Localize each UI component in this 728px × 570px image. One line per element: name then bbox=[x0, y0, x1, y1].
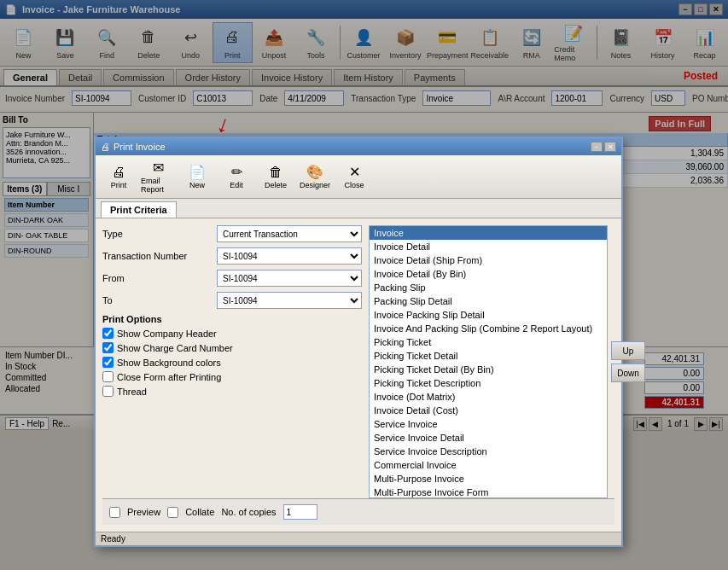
transaction-number-label: Transaction Number bbox=[102, 251, 213, 261]
list-item[interactable]: Picking Ticket Detail (By Bin) bbox=[370, 363, 607, 376]
list-item[interactable]: Invoice Detail bbox=[370, 240, 607, 253]
list-item[interactable]: Picking Ticket Detail bbox=[370, 349, 607, 363]
list-item[interactable]: Picking Ticket bbox=[370, 335, 607, 349]
collate-checkbox[interactable] bbox=[167, 507, 178, 518]
thread-label: Thread bbox=[117, 387, 147, 397]
type-select[interactable]: Current Transaction bbox=[217, 225, 362, 242]
show-bg-colors-checkbox[interactable] bbox=[102, 357, 114, 368]
list-item[interactable]: Invoice Packing Slip Detail bbox=[370, 308, 607, 322]
list-item[interactable]: Invoice Detail (By Bin) bbox=[370, 267, 607, 281]
thread-row: Thread bbox=[102, 386, 362, 397]
modal-print-criteria-tab[interactable]: Print Criteria bbox=[101, 201, 177, 218]
list-item[interactable]: Multi-Purpose Invoice bbox=[370, 472, 607, 486]
print-options: Print Options Show Company Header Show C… bbox=[102, 314, 362, 397]
print-options-label: Print Options bbox=[102, 314, 362, 324]
close-after-printing-row: Close Form after Printing bbox=[102, 371, 362, 382]
modal-close-btn[interactable]: ✕ bbox=[604, 142, 616, 152]
show-bg-colors-row: Show Background colors bbox=[102, 357, 362, 368]
modal-close-toolbar-btn[interactable]: ✕ Close bbox=[336, 158, 372, 195]
list-item[interactable]: Service Invoice Description bbox=[370, 445, 607, 458]
list-item[interactable]: Commercial Invoice bbox=[370, 458, 607, 472]
modal-designer-btn[interactable]: 🎨 Designer bbox=[297, 158, 333, 195]
transaction-number-select[interactable]: SI-10094 bbox=[217, 247, 362, 265]
modal-email-icon: ✉ bbox=[153, 160, 164, 176]
copies-label: No. of copies bbox=[221, 507, 276, 517]
list-item[interactable]: Invoice Detail (Ship From) bbox=[370, 253, 607, 267]
show-company-header-checkbox[interactable] bbox=[102, 328, 114, 339]
modal-body: Type Current Transaction Transaction Num… bbox=[102, 225, 614, 498]
print-invoice-modal: 🖨 Print Invoice − ✕ 🖨 Print ✉ Email Repo… bbox=[94, 137, 623, 547]
modal-bottom-bar: Preview Collate No. of copies bbox=[102, 498, 614, 525]
show-company-header-label: Show Company Header bbox=[117, 329, 217, 339]
list-item[interactable]: Packing Slip bbox=[370, 281, 607, 294]
close-after-printing-label: Close Form after Printing bbox=[117, 372, 221, 382]
from-row: From SI-10094 bbox=[102, 270, 362, 287]
list-item[interactable]: Service Invoice bbox=[370, 417, 607, 431]
modal-minimize-btn[interactable]: − bbox=[591, 142, 603, 152]
show-charge-card-checkbox[interactable] bbox=[102, 342, 114, 353]
list-item[interactable]: Multi-Purpose Invoice Form bbox=[370, 486, 607, 498]
to-row: To SI-10094 bbox=[102, 292, 362, 309]
report-list[interactable]: Invoice Invoice Detail Invoice Detail (S… bbox=[369, 225, 608, 498]
show-company-header-row: Show Company Header bbox=[102, 328, 362, 339]
type-row: Type Current Transaction bbox=[102, 225, 362, 242]
collate-label: Collate bbox=[185, 507, 214, 517]
modal-tab-bar: Print Criteria bbox=[96, 199, 621, 218]
list-item[interactable]: Invoice Detail (Cost) bbox=[370, 404, 607, 417]
modal-new-btn[interactable]: 📄 New bbox=[179, 158, 215, 195]
modal-edit-btn[interactable]: ✏ Edit bbox=[218, 158, 254, 195]
modal-delete-btn[interactable]: 🗑 Delete bbox=[258, 158, 294, 195]
show-bg-colors-label: Show Background colors bbox=[117, 358, 221, 368]
modal-close-toolbar-icon: ✕ bbox=[349, 164, 360, 180]
modal-ready-label: Ready bbox=[101, 534, 125, 544]
to-select[interactable]: SI-10094 bbox=[217, 292, 362, 309]
preview-label: Preview bbox=[127, 507, 160, 517]
show-charge-card-label: Show Charge Card Number bbox=[117, 343, 233, 353]
modal-title-text: Print Invoice bbox=[114, 142, 166, 152]
type-label: Type bbox=[102, 229, 213, 239]
list-item[interactable]: Service Invoice Detail bbox=[370, 431, 607, 445]
from-select[interactable]: SI-10094 bbox=[217, 270, 362, 287]
list-item[interactable]: Invoice And Packing Slip (Combine 2 Repo… bbox=[370, 322, 607, 335]
modal-designer-icon: 🎨 bbox=[306, 164, 323, 180]
modal-toolbar: 🖨 Print ✉ Email Report 📄 New ✏ Edit 🗑 De… bbox=[96, 155, 621, 199]
modal-form: Type Current Transaction Transaction Num… bbox=[102, 225, 362, 498]
modal-status-bar: Ready bbox=[96, 532, 621, 545]
window: 📄 Invoice - Jake Furniture Warehouse − □… bbox=[0, 0, 728, 570]
copies-input[interactable] bbox=[283, 504, 317, 520]
modal-print-btn[interactable]: 🖨 Print bbox=[101, 158, 137, 195]
list-item[interactable]: Invoice bbox=[370, 226, 607, 240]
list-box-area: Invoice Invoice Detail Invoice Detail (S… bbox=[369, 225, 645, 498]
close-after-printing-checkbox[interactable] bbox=[102, 371, 114, 382]
modal-title-bar: 🖨 Print Invoice − ✕ bbox=[96, 138, 621, 155]
modal-title-icon: 🖨 bbox=[101, 142, 110, 152]
list-item[interactable]: Invoice (Dot Matrix) bbox=[370, 390, 607, 404]
transaction-number-row: Transaction Number SI-10094 bbox=[102, 247, 362, 265]
list-item[interactable]: Picking Ticket Description bbox=[370, 376, 607, 390]
preview-checkbox[interactable] bbox=[109, 507, 120, 518]
list-controls: Up Down bbox=[611, 225, 645, 498]
show-charge-card-row: Show Charge Card Number bbox=[102, 342, 362, 353]
modal-content: Type Current Transaction Transaction Num… bbox=[96, 218, 621, 532]
to-label: To bbox=[102, 295, 213, 305]
modal-print-icon: 🖨 bbox=[112, 165, 125, 180]
modal-email-btn[interactable]: ✉ Email Report bbox=[140, 158, 176, 195]
modal-edit-icon: ✏ bbox=[231, 164, 242, 180]
modal-controls: − ✕ bbox=[591, 142, 616, 152]
modal-new-icon: 📄 bbox=[189, 164, 206, 180]
from-label: From bbox=[102, 273, 213, 283]
modal-delete-icon: 🗑 bbox=[269, 165, 282, 180]
list-item[interactable]: Packing Slip Detail bbox=[370, 294, 607, 308]
down-btn[interactable]: Down bbox=[611, 364, 645, 382]
thread-checkbox[interactable] bbox=[102, 386, 114, 397]
up-btn[interactable]: Up bbox=[611, 341, 645, 360]
